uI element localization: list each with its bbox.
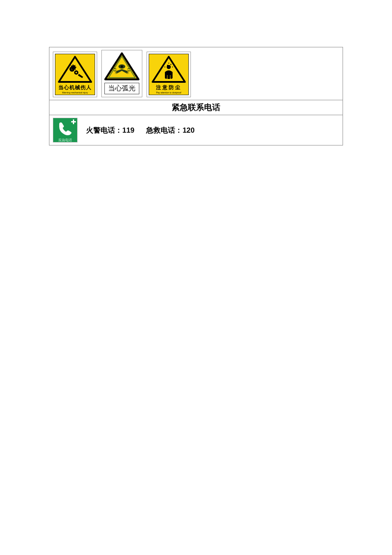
sign-title: 注意防尘 — [156, 84, 182, 91]
svg-point-13 — [172, 67, 173, 67]
sign-subtitle: Pay attention to dustproof — [156, 92, 181, 94]
contact-inner: 应急电话 火警电话：119急救电话：120 — [53, 118, 339, 142]
emergency-contact-row: 应急电话 火警电话：119急救电话：120 — [49, 115, 343, 145]
svg-point-11 — [167, 65, 168, 66]
sign-title: 当心机械伤人 — [58, 84, 92, 91]
safety-info-table: 当心机械伤人 Warning mechanical injury — [49, 47, 343, 145]
sign-arc-light: 当心弧光 — [101, 50, 142, 97]
aid-phone-label: 急救电话： — [146, 126, 182, 134]
fire-phone-number: 119 — [122, 126, 134, 134]
section-header: 紧急联系电话 — [49, 100, 343, 115]
yellow-panel-dust: 注意防尘 Pay attention to dustproof — [149, 54, 189, 95]
yellow-panel-mechanical: 当心机械伤人 Warning mechanical injury — [55, 54, 95, 95]
warning-triangle-icon — [104, 52, 140, 81]
signs-container: 当心机械伤人 Warning mechanical injury — [53, 50, 339, 97]
svg-point-4 — [75, 72, 77, 73]
aid-phone-number: 120 — [182, 126, 194, 134]
emergency-numbers-text: 火警电话：119急救电话：120 — [86, 125, 195, 135]
fire-phone-label: 火警电话： — [86, 126, 122, 134]
sign-dustproof: 注意防尘 Pay attention to dustproof — [147, 52, 191, 97]
sign-subtitle: Warning mechanical injury — [62, 92, 88, 94]
phone-sign-label: 应急电话 — [58, 139, 72, 142]
svg-point-15 — [168, 63, 169, 64]
sign-mechanical-injury: 当心机械伤人 Warning mechanical injury — [53, 52, 97, 97]
warning-triangle-icon — [151, 56, 186, 83]
warning-signs-row: 当心机械伤人 Warning mechanical injury — [49, 47, 343, 100]
section-header-row: 紧急联系电话 — [49, 100, 343, 115]
svg-point-14 — [164, 67, 165, 67]
emergency-phone-sign: 应急电话 — [53, 118, 78, 142]
svg-rect-17 — [71, 121, 76, 122]
medical-cross-icon — [71, 119, 76, 124]
svg-point-8 — [121, 65, 123, 67]
warning-triangle-icon — [58, 56, 92, 83]
sign-title: 当心弧光 — [104, 83, 139, 94]
svg-point-12 — [170, 64, 171, 65]
